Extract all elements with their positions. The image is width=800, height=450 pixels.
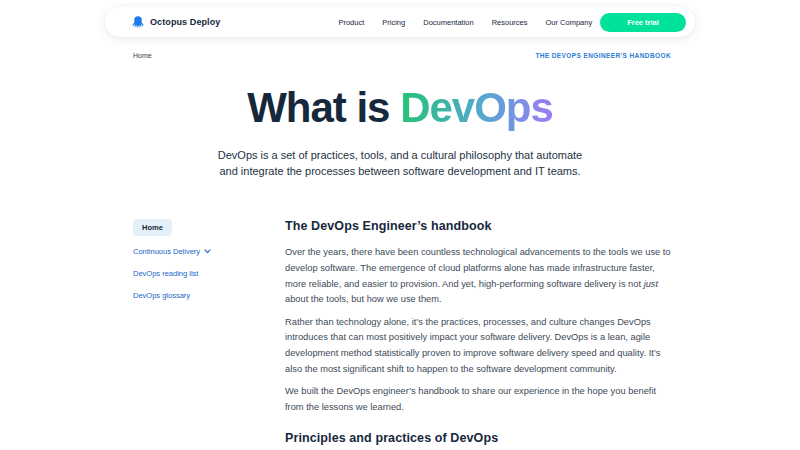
breadcrumb-row: Home THE DEVOPS ENGINEER'S HANDBOOK — [105, 37, 695, 59]
chevron-down-icon — [204, 249, 211, 254]
paragraph-1-tail: about the tools, but how we use them. — [285, 294, 442, 304]
sidebar-item-devops-glossary-label: DevOps glossary — [133, 291, 190, 300]
article-paragraph-3: We built the DevOps engineer’s handbook … — [285, 384, 672, 415]
sidebar-item-devops-glossary[interactable]: DevOps glossary — [133, 291, 285, 300]
nav-link-documentation[interactable]: Documentation — [423, 18, 473, 27]
sidebar-item-devops-reading-list[interactable]: DevOps reading list — [133, 269, 285, 278]
handbook-series-label[interactable]: THE DEVOPS ENGINEER'S HANDBOOK — [535, 52, 671, 59]
nav-link-resources[interactable]: Resources — [492, 18, 528, 27]
hero-section: What is DevOps DevOps is a set of practi… — [105, 85, 695, 179]
brand-name: Octopus Deploy — [150, 17, 220, 27]
sidebar-item-devops-reading-list-label: DevOps reading list — [133, 269, 198, 278]
sidebar-item-continuous-delivery[interactable]: Continuous Delivery — [133, 247, 285, 256]
page-container: Octopus Deploy Product Pricing Documenta… — [105, 7, 695, 445]
paragraph-1-italic: just — [644, 279, 658, 289]
sidebar-nav: Home Continuous Delivery DevOps reading … — [133, 219, 285, 444]
nav-link-product[interactable]: Product — [338, 18, 364, 27]
sidebar-item-home[interactable]: Home — [133, 219, 285, 236]
page-title: What is DevOps — [105, 85, 695, 131]
paragraph-1-text: Over the years, there have been countles… — [285, 247, 671, 288]
nav-link-our-company[interactable]: Our Company — [546, 18, 593, 27]
free-trial-button[interactable]: Free trial — [600, 13, 686, 32]
page-title-gradient: DevOps — [400, 84, 553, 131]
octopus-logo-icon — [131, 15, 145, 29]
article-content: The DevOps Engineer’s handbook Over the … — [285, 219, 672, 444]
sidebar-item-continuous-delivery-label: Continuous Delivery — [133, 247, 200, 256]
article-paragraph-2: Rather than technology alone, it’s the p… — [285, 315, 672, 377]
article-paragraph-1: Over the years, there have been countles… — [285, 245, 672, 307]
nav-link-pricing[interactable]: Pricing — [382, 18, 405, 27]
body-section: Home Continuous Delivery DevOps reading … — [105, 219, 695, 444]
brand-logo[interactable]: Octopus Deploy — [131, 15, 220, 29]
sidebar-item-home-label: Home — [133, 219, 172, 236]
breadcrumb-home[interactable]: Home — [133, 52, 152, 59]
nav-links: Product Pricing Documentation Resources … — [338, 18, 592, 27]
article-heading-handbook: The DevOps Engineer’s handbook — [285, 219, 672, 233]
top-navbar: Octopus Deploy Product Pricing Documenta… — [105, 7, 695, 37]
page-title-plain: What is — [247, 84, 400, 131]
article-heading-principles: Principles and practices of DevOps — [285, 431, 672, 445]
page-subtitle: DevOps is a set of practices, tools, and… — [209, 148, 591, 179]
